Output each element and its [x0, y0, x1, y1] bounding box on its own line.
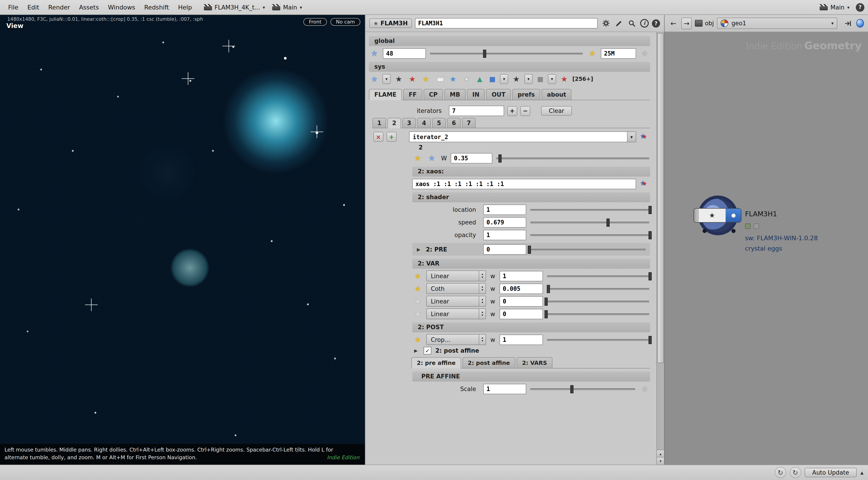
iterator-tab-2[interactable]: 2 [388, 118, 401, 128]
post-type-select[interactable]: Crop... ▴▾ [426, 334, 486, 345]
pane-selector[interactable]: Main ▾ [272, 4, 302, 11]
slider-handle[interactable] [649, 206, 652, 214]
tab-vars[interactable]: 2: VARS [517, 357, 553, 368]
var-star-icon[interactable]: ★ [412, 271, 423, 281]
slider-handle[interactable] [547, 285, 550, 293]
speed-slider[interactable] [529, 217, 650, 228]
var-weight-input-3[interactable] [500, 296, 543, 306]
weight-input[interactable] [451, 153, 492, 163]
spinner-icon[interactable]: ▴▾ [479, 283, 486, 294]
search-icon[interactable] [627, 18, 637, 28]
sys-star-dark-icon[interactable]: ★ [393, 74, 404, 84]
gear-icon[interactable] [601, 18, 611, 28]
density-slider[interactable] [429, 48, 584, 59]
spinner-icon[interactable]: ▴▾ [479, 296, 486, 306]
slider-handle[interactable] [649, 336, 652, 344]
weight-star-blue-icon[interactable]: ★ [426, 152, 437, 164]
node-name-input[interactable] [415, 18, 598, 29]
spinner-icon[interactable]: ▴▾ [479, 271, 486, 281]
var-weight-input-2[interactable] [500, 283, 543, 294]
slider-handle[interactable] [570, 385, 574, 393]
slider-handle[interactable] [528, 246, 531, 254]
sys-dropdown-icon[interactable]: ▾ [500, 74, 508, 84]
tab-ff[interactable]: FF [403, 89, 422, 100]
scale-slider[interactable] [529, 383, 636, 394]
var-type-select-1[interactable]: Linear ▴▾ [426, 271, 486, 281]
tab-about[interactable]: about [541, 89, 572, 100]
menu-assets[interactable]: Assets [74, 4, 103, 11]
node-flag-section[interactable] [725, 209, 741, 222]
var-weight-input-1[interactable] [500, 271, 543, 281]
menu-redshift[interactable]: Redshift [140, 4, 174, 11]
camera-front-button[interactable]: Front [303, 18, 327, 26]
sys-dropdown-icon[interactable]: ▾ [548, 74, 556, 84]
slider-handle[interactable] [545, 298, 548, 306]
var-star-icon[interactable]: ★ [412, 283, 423, 294]
menu-edit[interactable]: Edit [23, 4, 43, 11]
iterator-tab-6[interactable]: 6 [447, 118, 461, 128]
slider-handle[interactable] [649, 272, 652, 280]
scale-input[interactable] [483, 384, 526, 394]
menu-windows[interactable]: Windows [103, 4, 140, 11]
remove-iterator-button[interactable]: − [520, 106, 530, 116]
cache-star-icon[interactable]: ★ [587, 48, 598, 59]
sys-grid-icon[interactable]: ■ [535, 75, 545, 83]
viewport-pane-tab[interactable]: View [6, 22, 24, 29]
var-star-icon[interactable]: ★ [412, 308, 423, 319]
reset-iterator-icon[interactable]: ★ ★ [639, 131, 650, 142]
sys-dropdown-icon[interactable]: ▾ [524, 74, 532, 84]
node-type-badge[interactable]: ★ FLAM3H [369, 19, 412, 28]
sys-square-blue-icon[interactable]: ■ [487, 75, 497, 83]
collapse-arrow-icon[interactable]: ▶ [415, 247, 422, 252]
section-global[interactable]: global [369, 36, 650, 46]
interrupt-icon[interactable]: ↻ [789, 467, 801, 478]
shelf-selector[interactable]: Main ▾ [819, 4, 849, 11]
section-post[interactable]: 2: POST [412, 322, 650, 332]
scroll-up-button[interactable]: ▴ [657, 450, 664, 457]
post-affine-checkbox[interactable]: ✓ [424, 347, 431, 354]
delete-iterator-button[interactable]: × [373, 132, 383, 142]
section-xaos[interactable]: 2: xaos: [412, 167, 650, 177]
var-type-select-4[interactable]: Linear ▴▾ [426, 308, 486, 319]
slider-handle[interactable] [483, 50, 486, 58]
chevron-down-icon[interactable]: ▾ [627, 132, 636, 142]
desktop-selector[interactable]: FLAM3H_4K_t... ▾ [204, 4, 265, 11]
tab-post-affine[interactable]: 2: post affine [463, 357, 515, 368]
sys-flame-blue-icon[interactable]: ★ [447, 74, 458, 84]
var-slider-1[interactable] [546, 271, 650, 281]
camera-none-button[interactable]: No cam [331, 18, 360, 26]
tab-cp[interactable]: CP [424, 89, 443, 100]
slider-handle[interactable] [499, 155, 502, 163]
sys-star-small-icon[interactable]: ★ [461, 74, 472, 84]
collapse-arrow-icon[interactable]: ▶ [412, 348, 420, 353]
post-star-icon[interactable]: ★ [412, 334, 423, 345]
section-sys[interactable]: sys [369, 62, 650, 72]
scrollbar-thumb[interactable] [657, 33, 664, 363]
xaos-apply-icon[interactable]: ★ ★ [639, 178, 650, 189]
spinner-icon[interactable]: ▴▾ [479, 309, 486, 319]
iterator-tab-1[interactable]: 1 [373, 118, 386, 128]
help-icon[interactable]: ? [652, 19, 660, 27]
help-icon[interactable]: ? [856, 3, 864, 11]
info-icon[interactable]: i [640, 19, 649, 28]
clone-iterator-button[interactable]: + [386, 132, 397, 142]
pre-slider[interactable] [529, 244, 647, 255]
context-chip[interactable]: obj [695, 20, 714, 27]
opacity-slider[interactable] [529, 229, 650, 240]
node-name-label[interactable]: FLAM3H1 [745, 210, 777, 218]
density-star-icon[interactable]: ★ [369, 48, 380, 59]
tab-prefs[interactable]: prefs [512, 89, 540, 100]
tab-pre-affine[interactable]: 2: pre affine [411, 357, 461, 369]
var-weight-input-4[interactable] [500, 309, 543, 319]
var-type-select-2[interactable]: Coth ▴▾ [426, 283, 486, 294]
params-scrollbar[interactable]: ▴ ▾ [656, 32, 664, 465]
nav-forward-icon[interactable]: → [681, 18, 692, 29]
iterator-tab-7[interactable]: 7 [462, 118, 475, 128]
tab-out[interactable]: OUT [486, 89, 511, 100]
sys-dropdown-icon[interactable]: ▾ [382, 74, 391, 84]
tab-in[interactable]: IN [467, 89, 485, 100]
flam3h-node[interactable]: ★ [693, 208, 741, 222]
tab-flame[interactable]: FLAME [369, 89, 402, 100]
menu-help[interactable]: Help [174, 4, 197, 11]
var-slider-2[interactable] [546, 283, 650, 294]
